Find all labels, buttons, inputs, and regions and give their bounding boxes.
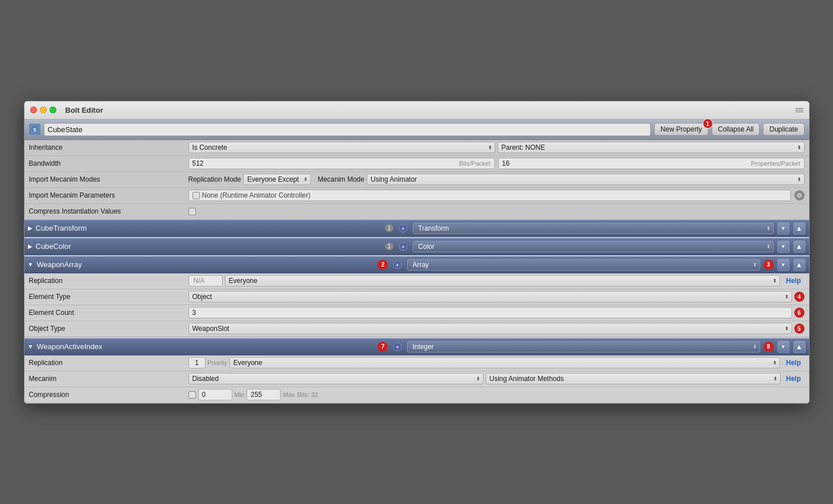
new-property-button[interactable]: New Property bbox=[654, 123, 708, 136]
comp-min-label: Min bbox=[235, 391, 245, 398]
compress-value bbox=[188, 208, 805, 215]
weapon-active-using-animator-select[interactable]: Using Animator Methods bbox=[486, 373, 781, 384]
weapon-array-element-type-label: Element Type bbox=[29, 293, 188, 301]
weapon-array-element-count-label: Element Count bbox=[29, 309, 188, 317]
new-property-btn-wrapper: New Property 1 bbox=[654, 123, 708, 136]
priority-label: Priority bbox=[208, 359, 227, 366]
weapon-active-expand-btn[interactable]: ▾ bbox=[777, 341, 790, 353]
weapon-array-replication-label: Replication bbox=[29, 277, 188, 285]
svg-text:+: + bbox=[401, 225, 405, 232]
bolt-editor-window: Bolt Editor S New Property 1 Collapse Al… bbox=[24, 101, 810, 404]
parent-select[interactable]: Parent: NONE bbox=[498, 142, 805, 153]
cube-color-type-select[interactable]: Color bbox=[413, 241, 773, 252]
weapon-active-mecanim-select[interactable]: Disabled bbox=[188, 373, 483, 384]
weapon-active-collapse-btn[interactable]: ▲ bbox=[793, 341, 806, 353]
maximize-button[interactable] bbox=[50, 106, 56, 113]
svg-text:+: + bbox=[401, 243, 405, 250]
cube-transform-name: CubeTransform bbox=[36, 224, 379, 232]
weapon-active-type-select[interactable]: Integer bbox=[407, 341, 760, 353]
minimize-button[interactable] bbox=[40, 106, 47, 113]
comp-max-value: 255 bbox=[247, 389, 281, 400]
bandwidth-row: Bandwidth 512 Bits/Packet 16 Properties/… bbox=[24, 156, 809, 172]
cube-transform-collapse-btn[interactable]: ▲ bbox=[793, 222, 806, 235]
bandwidth-left: 512 Bits/Packet bbox=[188, 158, 495, 169]
weapon-active-right-badge-wrapper: 8 bbox=[764, 342, 774, 352]
cube-transform-add-icon[interactable]: + bbox=[397, 222, 409, 235]
bandwidth-right: 16 Properties/Packet bbox=[498, 158, 805, 169]
import-mecanim-modes-value: Replication Mode Everyone Except Mecanim… bbox=[188, 174, 805, 185]
weapon-array-right-badge: 3 bbox=[764, 260, 774, 270]
bandwidth-num: 512 bbox=[192, 159, 457, 167]
cube-transform-type-select[interactable]: Transform bbox=[413, 223, 773, 234]
weapon-active-mecanim-label: Mecanim bbox=[29, 375, 188, 383]
bandwidth-unit: Bits/Packet bbox=[459, 160, 490, 167]
weapon-active-compression-row: Compression 0 Min 255 Max Bits: 32 bbox=[24, 387, 809, 403]
duplicate-button[interactable]: Duplicate bbox=[763, 123, 804, 136]
weapon-active-badge: 7 bbox=[377, 342, 388, 352]
element-type-badge: 4 bbox=[794, 292, 805, 302]
weapon-array-object-type-label: Object Type bbox=[29, 325, 188, 333]
mecanim-params-checkbox[interactable] bbox=[192, 192, 200, 199]
comp-max-label: Max bbox=[283, 391, 295, 398]
bandwidth-label: Bandwidth bbox=[29, 159, 188, 167]
compression-checkbox[interactable] bbox=[188, 391, 196, 399]
element-type-badge-wrapper: 4 bbox=[794, 292, 805, 302]
weapon-array-object-type-row: Object Type WeaponSlot 5 bbox=[24, 321, 809, 337]
state-icon: S bbox=[29, 124, 40, 135]
weapon-active-replication-help[interactable]: Help bbox=[782, 358, 804, 368]
weapon-active-arrow[interactable]: ▼ bbox=[28, 343, 34, 350]
cube-color-header: ▶ CubeColor 1 + Color ▾ ▲ bbox=[24, 238, 809, 255]
element-count-badge-wrapper: 6 bbox=[794, 308, 805, 318]
bandwidth-unit2: Properties/Packet bbox=[751, 160, 801, 167]
inheritance-select[interactable]: Is Concrete bbox=[188, 142, 495, 153]
weapon-array-replication-na: N/A bbox=[188, 275, 223, 286]
weapon-array-replication-help[interactable]: Help bbox=[782, 276, 804, 286]
object-type-badge: 5 bbox=[794, 323, 805, 334]
weapon-array-expand-btn[interactable]: ▾ bbox=[777, 259, 790, 271]
weapon-active-header: ▼ WeaponActiveIndex 7 + Integer 8 ▾ ▲ bbox=[24, 338, 809, 355]
cube-transform-badge: 1 bbox=[385, 224, 394, 232]
cube-color-add-icon[interactable]: + bbox=[397, 240, 409, 253]
traffic-lights bbox=[30, 106, 56, 113]
import-mecanim-params-row: Import Mecanim Parameters None (Runtime … bbox=[24, 188, 809, 204]
element-count-badge: 6 bbox=[794, 308, 805, 318]
cube-color-expand-btn[interactable]: ▾ bbox=[777, 240, 790, 253]
compress-checkbox[interactable] bbox=[188, 208, 196, 215]
weapon-array-element-count-row: Element Count 3 6 bbox=[24, 305, 809, 321]
cube-color-collapse-btn[interactable]: ▲ bbox=[793, 240, 806, 253]
menu-icon[interactable] bbox=[795, 108, 803, 112]
weapon-array-right-badge-wrapper: 3 bbox=[764, 260, 774, 270]
weapon-array-collapse-btn[interactable]: ▲ bbox=[793, 259, 806, 271]
replication-mode-select[interactable]: Everyone Except bbox=[243, 174, 311, 185]
cube-transform-arrow[interactable]: ▶ bbox=[28, 225, 32, 231]
weapon-active-right-badge: 8 bbox=[764, 342, 774, 352]
cube-color-badge: 1 bbox=[385, 243, 394, 250]
weapon-active-add-icon[interactable]: + bbox=[391, 341, 404, 353]
state-name-input[interactable] bbox=[44, 123, 651, 136]
weapon-active-replication-select[interactable]: Everyone bbox=[229, 357, 781, 368]
mecanim-mode-label: Mecanim Mode bbox=[318, 175, 364, 183]
cube-transform-expand-btn[interactable]: ▾ bbox=[777, 222, 790, 235]
mecanim-mode-select[interactable]: Using Animator bbox=[367, 174, 805, 185]
weapon-array-replication-select[interactable]: Everyone bbox=[225, 275, 781, 286]
close-button[interactable] bbox=[30, 106, 37, 113]
compress-row: Compress Instantiation Values bbox=[24, 204, 809, 220]
weapon-active-badge-wrapper: 7 bbox=[375, 342, 388, 352]
weapon-array-type-select[interactable]: Array bbox=[407, 259, 760, 271]
collapse-all-button[interactable]: Collapse All bbox=[712, 123, 760, 136]
object-type-badge-wrapper: 5 bbox=[794, 323, 805, 334]
mecanim-params-gear-icon[interactable]: ⚙ bbox=[794, 190, 805, 200]
weapon-array-element-type-select[interactable]: Object bbox=[188, 291, 792, 302]
weapon-array-object-type-select[interactable]: WeaponSlot bbox=[188, 323, 792, 334]
weapon-active-mecanim-help[interactable]: Help bbox=[783, 374, 805, 384]
svg-text:+: + bbox=[396, 261, 399, 268]
weapon-array-sub-rows: Replication N/A Everyone Help Element Ty… bbox=[24, 273, 809, 337]
weapon-active-mecanim-row: Mecanim Disabled Using Animator Methods … bbox=[24, 371, 809, 387]
title-bar: Bolt Editor bbox=[24, 101, 809, 120]
weapon-array-add-icon[interactable]: + bbox=[391, 259, 404, 271]
weapon-array-arrow[interactable]: ▼ bbox=[28, 261, 34, 268]
svg-text:S: S bbox=[32, 127, 36, 133]
cube-color-arrow[interactable]: ▶ bbox=[28, 243, 32, 249]
weapon-active-sub-rows: Replication 1 Priority Everyone Help Mec… bbox=[24, 355, 809, 403]
comp-min-value: 0 bbox=[198, 389, 232, 400]
